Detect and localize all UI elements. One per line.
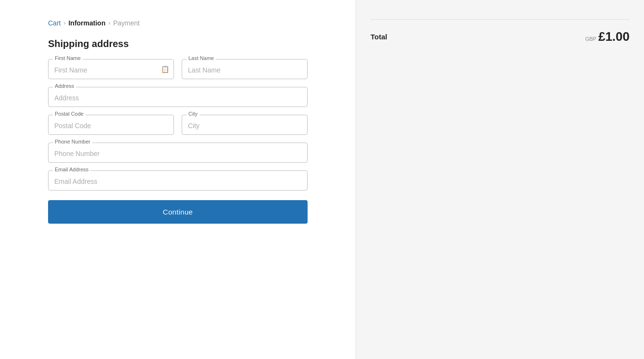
breadcrumb-payment: Payment bbox=[113, 19, 139, 27]
breadcrumb-cart[interactable]: Cart bbox=[48, 19, 61, 27]
breadcrumb: Cart › Information › Payment bbox=[48, 19, 308, 27]
total-row: Total GBP £1.00 bbox=[371, 29, 630, 44]
postal-city-row: Postal Code City bbox=[48, 115, 308, 135]
postal-code-input[interactable] bbox=[48, 115, 174, 135]
phone-row: Phone Number bbox=[48, 143, 308, 163]
phone-wrapper: Phone Number bbox=[48, 143, 308, 163]
total-currency: GBP bbox=[585, 36, 596, 42]
right-panel: Total GBP £1.00 bbox=[356, 0, 644, 359]
address-row: Address bbox=[48, 87, 308, 107]
last-name-wrapper: Last Name bbox=[182, 59, 308, 79]
total-amount: £1.00 bbox=[598, 29, 630, 44]
name-row: First Name 📋 Last Name bbox=[48, 59, 308, 79]
email-input[interactable] bbox=[48, 170, 308, 191]
continue-button[interactable]: Continue bbox=[48, 200, 308, 224]
last-name-input[interactable] bbox=[182, 59, 308, 79]
divider bbox=[371, 19, 630, 20]
phone-input[interactable] bbox=[48, 143, 308, 163]
first-name-input[interactable] bbox=[48, 59, 174, 79]
first-name-wrapper: First Name 📋 bbox=[48, 59, 174, 79]
postal-code-wrapper: Postal Code bbox=[48, 115, 174, 135]
total-label: Total bbox=[371, 33, 387, 41]
city-wrapper: City bbox=[182, 115, 308, 135]
breadcrumb-information: Information bbox=[68, 19, 105, 27]
breadcrumb-separator-2: › bbox=[108, 20, 110, 26]
email-row: Email Address bbox=[48, 170, 308, 191]
section-title: Shipping address bbox=[48, 38, 308, 49]
address-wrapper: Address bbox=[48, 87, 308, 107]
address-input[interactable] bbox=[48, 87, 308, 107]
city-input[interactable] bbox=[182, 115, 308, 135]
left-panel: Cart › Information › Payment Shipping ad… bbox=[0, 0, 356, 359]
total-amount-wrapper: GBP £1.00 bbox=[585, 29, 630, 44]
email-wrapper: Email Address bbox=[48, 170, 308, 191]
breadcrumb-separator-1: › bbox=[63, 20, 65, 26]
